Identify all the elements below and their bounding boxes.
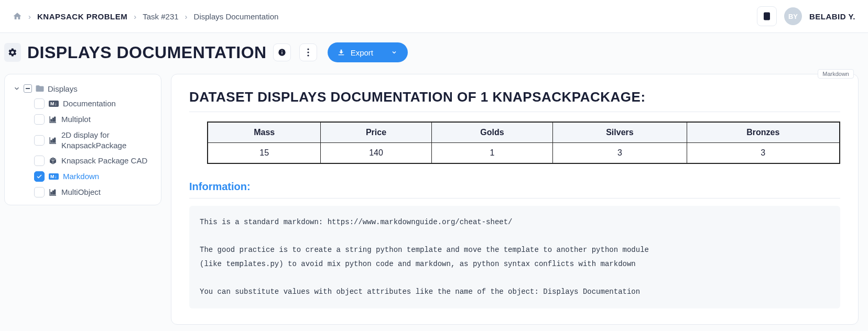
svg-point-7 [307,54,309,56]
svg-rect-14 [55,138,56,142]
panel-tag: Markdown [818,69,854,79]
chevron-down-icon [13,85,20,92]
table-cell: 1 [431,143,553,164]
header-right: BY BELABID Y. [757,6,855,26]
sidebar-item-multiplot[interactable]: Multiplot [34,114,156,125]
breadcrumb: › KNAPSACK PROBLEM › Task #231 › Display… [13,12,278,21]
svg-rect-15 [51,192,52,194]
svg-rect-4 [281,50,282,51]
svg-point-6 [307,51,309,53]
svg-rect-9 [51,119,52,122]
export-label: Export [351,48,373,57]
checkbox[interactable] [34,114,45,125]
sidebar-item-multiobject[interactable]: MultiObject [34,187,156,197]
content: Displays M↓ Documentation Multiplot 2D d… [0,72,868,331]
sidebar-item-label: Multiplot [61,114,91,125]
svg-rect-16 [52,191,53,194]
table-header: Silvers [553,122,687,143]
info-block: This is a standard markdown: https://www… [189,206,840,308]
more-icon-button[interactable] [299,43,317,61]
table-row: 15 140 1 3 3 [208,143,840,164]
sidebar-item-knapsack-cad[interactable]: Knapsack Package CAD [34,156,156,166]
avatar-initials: BY [788,13,798,20]
tree-root[interactable]: Displays [10,82,156,95]
dataset-title: DATASET DISPLAYS DOCUMENTATION OF 1 KNAP… [189,89,840,112]
sidebar-item-label: Knapsack Package CAD [61,156,147,166]
data-table: Mass Price Golds Silvers Bronzes 15 140 … [207,122,840,164]
table-header: Mass [208,122,321,143]
gear-icon[interactable] [4,43,21,62]
page-title: DISPLAYS DOCUMENTATION [27,43,267,62]
notebook-icon-button[interactable] [757,6,777,26]
sidebar-item-label: Markdown [63,171,99,182]
table-header: Bronzes [687,122,840,143]
export-button[interactable]: Export [328,42,408,62]
main-panel: Markdown DATASET DISPLAYS DOCUMENTATION … [171,74,859,325]
markdown-badge-icon: M↓ [49,101,59,107]
breadcrumb-project[interactable]: KNAPSACK PROBLEM [37,12,127,21]
title-bar: DISPLAYS DOCUMENTATION Export [0,33,868,72]
download-icon [337,48,345,57]
folder-icon [35,84,45,93]
chevron-down-icon [391,49,397,56]
chevron-right-icon: › [28,12,31,21]
svg-rect-1 [765,15,768,16]
sidebar-item-documentation[interactable]: M↓ Documentation [34,98,156,109]
svg-rect-8 [338,54,344,55]
sidebar-item-markdown[interactable]: M↓ Markdown [34,171,156,182]
section-title: Information: [189,181,840,198]
chevron-right-icon: › [185,12,188,21]
checkbox[interactable] [34,135,45,146]
breadcrumb-current: Displays Documentation [194,12,279,21]
table-cell: 140 [321,143,431,164]
checkbox[interactable] [34,156,45,166]
table-cell: 3 [553,143,687,164]
sidebar-item-label: MultiObject [61,187,101,197]
tree-root-label: Displays [48,84,78,93]
tree-items: M↓ Documentation Multiplot 2D display fo… [10,98,156,197]
cube-icon [49,157,57,165]
sidebar-item-label: 2D display for KnapsackPackage [61,130,156,150]
breadcrumb-task[interactable]: Task #231 [143,12,178,21]
table-header-row: Mass Price Golds Silvers Bronzes [208,122,840,143]
chevron-right-icon: › [134,12,136,21]
info-icon-button[interactable] [273,43,291,61]
app-header: › KNAPSACK PROBLEM › Task #231 › Display… [0,0,868,33]
chart-icon [49,136,57,145]
home-icon[interactable] [13,12,22,21]
svg-rect-10 [52,118,53,122]
checkbox[interactable] [34,98,45,109]
svg-point-5 [307,48,309,50]
sidebar-item-label: Documentation [63,98,116,109]
svg-rect-11 [55,117,56,122]
sidebar: Displays M↓ Documentation Multiplot 2D d… [4,74,161,205]
username: BELABID Y. [809,12,855,21]
svg-rect-3 [281,52,282,54]
sidebar-item-2d-display[interactable]: 2D display for KnapsackPackage [34,130,156,150]
svg-rect-13 [52,139,53,142]
table-cell: 15 [208,143,321,164]
checkbox[interactable] [34,187,45,197]
svg-rect-17 [55,190,56,194]
table-header: Price [321,122,431,143]
svg-rect-0 [764,13,770,20]
table-cell: 3 [687,143,840,164]
svg-rect-12 [51,140,52,142]
table-header: Golds [431,122,553,143]
checkbox[interactable] [34,171,45,182]
collapse-icon [24,84,32,93]
markdown-badge-icon: M↓ [49,173,59,180]
chart-icon [49,188,57,196]
chart-icon [49,115,57,124]
avatar[interactable]: BY [784,7,802,25]
